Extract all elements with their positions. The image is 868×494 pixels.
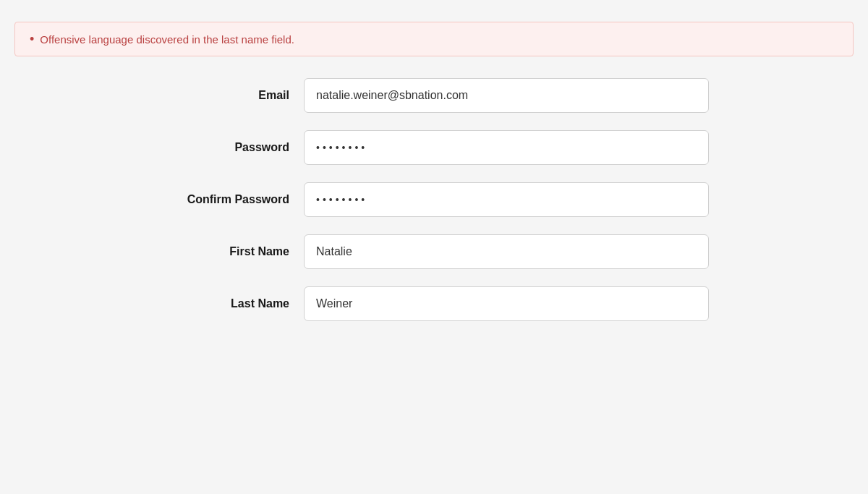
label-first_name: First Name — [159, 245, 304, 258]
label-confirm_password: Confirm Password — [159, 193, 304, 206]
form-row-last_name: Last Name — [159, 286, 709, 321]
label-email: Email — [159, 89, 304, 102]
input-password[interactable] — [304, 130, 709, 165]
error-list: Offensive language discovered in the las… — [30, 33, 838, 46]
input-confirm_password[interactable] — [304, 182, 709, 217]
form-container: EmailPasswordConfirm PasswordFirst NameL… — [159, 78, 709, 321]
label-last_name: Last Name — [159, 297, 304, 310]
form-row-password: Password — [159, 130, 709, 165]
input-email[interactable] — [304, 78, 709, 113]
form-row-first_name: First Name — [159, 234, 709, 269]
form-row-confirm_password: Confirm Password — [159, 182, 709, 217]
page-wrapper: Offensive language discovered in the las… — [14, 22, 854, 338]
input-last_name[interactable] — [304, 286, 709, 321]
input-first_name[interactable] — [304, 234, 709, 269]
form-row-email: Email — [159, 78, 709, 113]
error-banner: Offensive language discovered in the las… — [14, 22, 854, 56]
label-password: Password — [159, 141, 304, 154]
error-message: Offensive language discovered in the las… — [30, 33, 838, 46]
